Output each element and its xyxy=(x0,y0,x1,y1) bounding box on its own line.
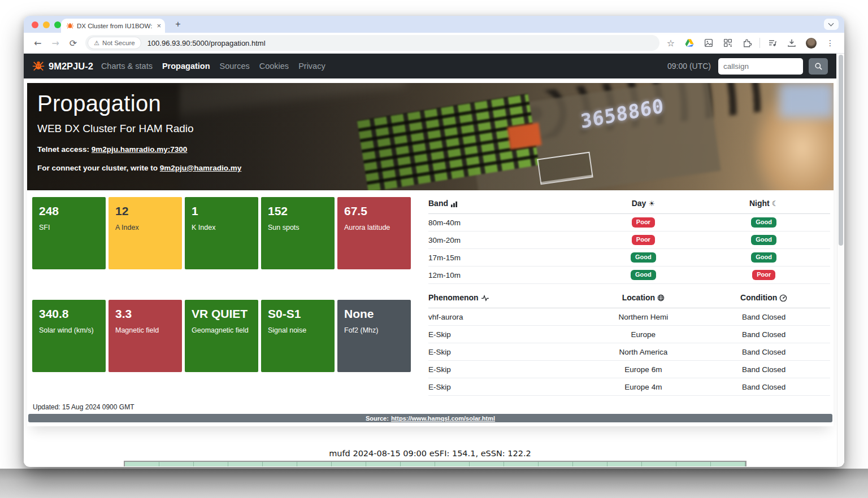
profile-avatar[interactable] xyxy=(806,38,817,49)
day-status-badge: Good xyxy=(631,252,656,263)
favicon-spider-icon xyxy=(66,22,74,30)
page-subtitle: WEB DX Cluster For HAM Radio xyxy=(37,123,241,135)
stat-card-sunspots: 152 Sun spots xyxy=(261,197,335,269)
stat-card-solar-wind: 340.8 Solar wind (km/s) xyxy=(32,300,106,372)
warning-icon: ⚠ xyxy=(94,40,99,47)
table-row: E-Skip Europe 6m Band Closed xyxy=(428,361,830,378)
scrollbar-thumb[interactable] xyxy=(839,55,843,246)
extension-icon[interactable] xyxy=(742,38,752,48)
spider-logo-icon xyxy=(32,60,45,72)
world-map-chart xyxy=(124,461,747,466)
back-icon[interactable]: ← xyxy=(34,38,41,49)
reading-list-icon[interactable] xyxy=(767,38,778,48)
forward-icon: → xyxy=(51,38,59,49)
nav-item-propagation[interactable]: Propagation xyxy=(162,62,210,71)
table-row: 17m-15m Good Good xyxy=(428,249,830,267)
connect-label: For connect your cluster, write to xyxy=(37,164,160,172)
tab-overview-chevron-button[interactable] xyxy=(824,19,839,30)
hero-banner: 3658860 Propagation WEB DX Cluster For H… xyxy=(27,83,834,190)
search-button[interactable] xyxy=(809,58,828,75)
table-row: E-Skip Europe 4m Band Closed xyxy=(428,378,830,396)
stat-card-fof2: None Fof2 (Mhz) xyxy=(337,300,411,372)
not-secure-chip[interactable]: ⚠ Not Secure xyxy=(88,37,141,49)
night-header: Night xyxy=(749,199,770,208)
stat-card-sfi: 248 SFI xyxy=(32,197,106,269)
drive-icon[interactable] xyxy=(684,38,695,48)
stat-card-magnetic-field: 3.3 Magnetic field xyxy=(108,300,182,372)
telnet-label: Telnet access: xyxy=(37,145,92,154)
nav-item-charts-stats[interactable]: Charts & stats xyxy=(101,62,153,71)
callsign-search-input[interactable] xyxy=(718,58,803,75)
band-conditions-table: Band Day☀ Night☾ 80m-40m Poor Good 30m-2… xyxy=(428,197,830,284)
close-window-button[interactable] xyxy=(32,21,38,28)
desktop-background xyxy=(0,469,868,498)
source-label: Source: xyxy=(366,415,389,422)
nav-item-privacy[interactable]: Privacy xyxy=(298,62,326,71)
day-status-badge: Good xyxy=(631,270,656,280)
qr-scan-icon[interactable] xyxy=(723,38,733,48)
day-status-badge: Poor xyxy=(632,217,655,228)
stat-card-aurora-latitude: 67.5 Aurora latitude xyxy=(337,197,411,269)
not-secure-label: Not Secure xyxy=(102,40,135,46)
search-icon xyxy=(814,62,823,71)
mufd-chart-title: mufd 2024-08-15 09:00 eSFI: 154.1, eSSN:… xyxy=(24,449,836,458)
table-row: E-Skip Europe Band Closed xyxy=(428,326,830,343)
phenomena-table: Phenomenon Location Condition vhf-aurora… xyxy=(428,291,830,396)
telnet-link[interactable]: 9m2pju.hamradio.my:7300 xyxy=(92,145,188,154)
browser-menu-icon[interactable]: ⋮ xyxy=(826,38,834,47)
url-text[interactable]: 100.96.93.90:5000/propagation.html xyxy=(147,39,266,47)
table-row: 12m-10m Good Poor xyxy=(428,267,830,284)
night-status-badge: Good xyxy=(751,217,776,228)
toolbar-separator xyxy=(760,38,760,48)
globe-icon xyxy=(657,294,665,302)
night-status-badge: Good xyxy=(751,252,776,263)
minimize-window-button[interactable] xyxy=(43,21,50,28)
browser-toolbar: ← → ⟳ ⚠ Not Secure 100.96.93.90:5000/pro… xyxy=(24,33,844,54)
table-row: 80m-40m Poor Good xyxy=(428,214,830,231)
table-row: E-Skip North America Band Closed xyxy=(428,343,830,361)
new-tab-button[interactable]: + xyxy=(172,18,184,30)
image-search-icon[interactable] xyxy=(704,38,714,48)
utc-time: 09:00 (UTC) xyxy=(667,62,711,71)
sun-icon: ☀ xyxy=(648,199,655,208)
page-scrollbar[interactable] xyxy=(837,54,844,466)
source-link[interactable]: https://www.hamqsl.com/solar.html xyxy=(391,415,495,422)
tab-strip: DX Cluster from IU1BOW: Pro × + xyxy=(24,16,844,33)
bookmark-star-icon[interactable]: ☆ xyxy=(667,38,675,49)
chevron-down-icon xyxy=(828,21,834,27)
band-header: Band xyxy=(428,199,448,208)
zoom-window-button[interactable] xyxy=(54,21,61,28)
stat-card-a-index: 12 A Index xyxy=(108,197,182,269)
address-bar[interactable]: ⚠ Not Secure 100.96.93.90:5000/propagati… xyxy=(85,35,659,51)
stat-card-geomagnetic-field: VR QUIET Geomagnetic field xyxy=(185,300,258,372)
table-row: 30m-20m Poor Good xyxy=(428,231,830,249)
band-chart-icon xyxy=(450,200,458,207)
day-status-badge: Poor xyxy=(632,235,655,245)
location-header: Location xyxy=(622,293,655,302)
stat-card-k-index: 1 K Index xyxy=(185,197,258,269)
browser-tab[interactable]: DX Cluster from IU1BOW: Pro × xyxy=(61,19,165,33)
traffic-lights xyxy=(32,21,61,28)
moon-icon: ☾ xyxy=(772,199,779,208)
nav-links: Charts & stats Propagation Sources Cooki… xyxy=(101,62,326,71)
night-status-badge: Good xyxy=(751,235,776,245)
brand-name: 9M2PJU-2 xyxy=(49,61,93,72)
download-icon[interactable] xyxy=(787,38,797,48)
main-content-card: 3658860 Propagation WEB DX Cluster For H… xyxy=(27,83,834,426)
site-navbar: 9M2PJU-2 Charts & stats Propagation Sour… xyxy=(24,54,836,78)
source-bar: Source: https://www.hamqsl.com/solar.htm… xyxy=(28,414,832,422)
tab-close-icon[interactable]: × xyxy=(157,21,161,30)
phenomenon-header: Phenomenon xyxy=(428,293,479,302)
stat-card-signal-noise: S0-S1 Signal noise xyxy=(261,300,335,372)
tab-title: DX Cluster from IU1BOW: Pro xyxy=(77,23,154,29)
site-brand[interactable]: 9M2PJU-2 xyxy=(32,60,93,72)
nav-item-cookies[interactable]: Cookies xyxy=(259,62,289,71)
cluster-email-link[interactable]: 9m2pju@hamradio.my xyxy=(160,164,241,172)
nav-item-sources[interactable]: Sources xyxy=(220,62,250,71)
reload-icon[interactable]: ⟳ xyxy=(70,38,77,49)
browser-window: DX Cluster from IU1BOW: Pro × + ← → ⟳ ⚠ … xyxy=(24,16,844,467)
gauge-icon xyxy=(779,294,787,302)
table-row: vhf-aurora Northern Hemi Band Closed xyxy=(428,308,830,326)
updated-timestamp: Updated: 15 Aug 2024 0900 GMT xyxy=(33,403,834,411)
stat-cards: 248 SFI 12 A Index 1 K Index xyxy=(32,197,414,396)
